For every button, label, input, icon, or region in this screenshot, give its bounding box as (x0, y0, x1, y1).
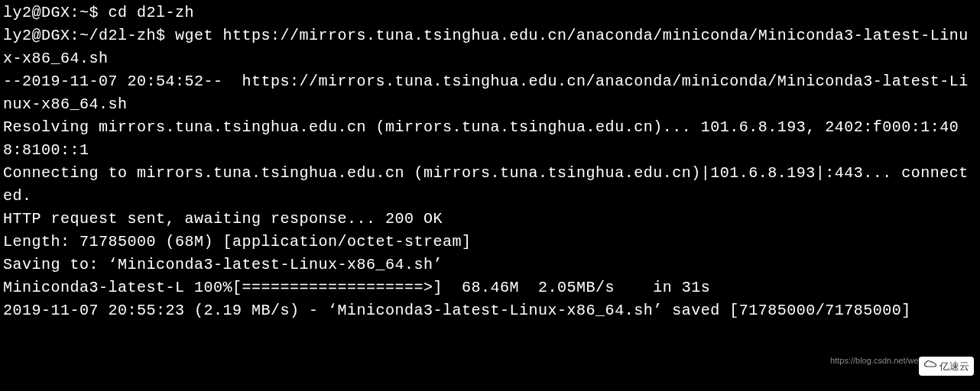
terminal-line: 2019-11-07 20:55:23 (2.19 MB/s) - ‘Minic… (3, 299, 977, 322)
terminal-line: Miniconda3-latest-L 100%[===============… (3, 276, 977, 299)
terminal-line: Connecting to mirrors.tuna.tsinghua.edu.… (3, 162, 977, 208)
cloud-icon (923, 359, 937, 374)
terminal-line: Saving to: ‘Miniconda3-latest-Linux-x86_… (3, 254, 977, 276)
terminal-line: --2019-11-07 20:54:52-- https://mirrors.… (3, 70, 977, 116)
terminal-line: HTTP request sent, awaiting response... … (3, 208, 977, 231)
logo-badge: 亿速云 (919, 357, 974, 376)
terminal-line: ly2@DGX:~/d2l-zh$ wget https://mirrors.t… (3, 24, 977, 70)
terminal-output: ly2@DGX:~$ cd d2l-zh ly2@DGX:~/d2l-zh$ w… (3, 2, 977, 322)
logo-text: 亿速云 (939, 359, 969, 374)
terminal-line: ly2@DGX:~$ cd d2l-zh (3, 2, 977, 24)
terminal-line: Length: 71785000 (68M) [application/octe… (3, 231, 977, 254)
terminal-line: Resolving mirrors.tuna.tsinghua.edu.cn (… (3, 116, 977, 162)
watermark-text: https://blog.csdn.net/weixi (830, 354, 926, 367)
